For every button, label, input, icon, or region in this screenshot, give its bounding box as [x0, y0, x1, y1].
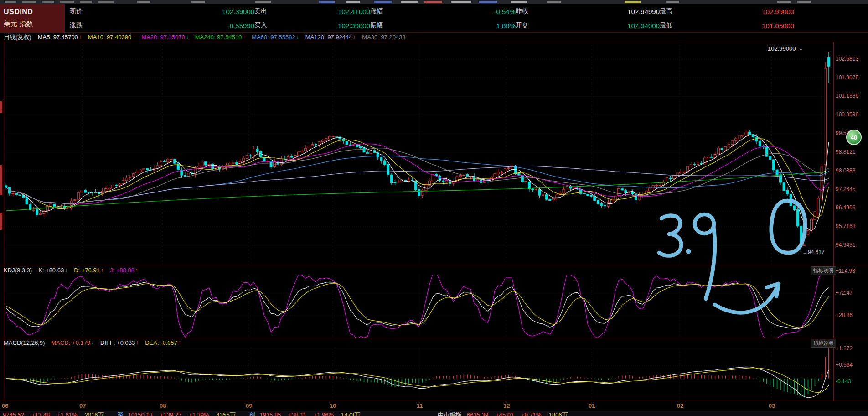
ma-item-text: MA10: 97.40390 — [88, 34, 131, 41]
ma-item: MA30: 97.20433↑ — [362, 34, 409, 41]
side-tab-fragment[interactable] — [0, 101, 2, 113]
menu-item-fragment[interactable] — [346, 1, 360, 3]
price-axis-label: 98.8121 — [836, 149, 868, 155]
menu-item-fragment[interactable] — [797, 1, 811, 3]
menu-item-fragment[interactable] — [255, 1, 271, 3]
side-tab-fragment[interactable] — [0, 165, 2, 195]
menu-item-fragment[interactable] — [42, 1, 54, 3]
status-item[interactable]: 2016万 — [85, 411, 104, 416]
price-axis-label: 95.7168 — [836, 223, 868, 229]
month-label[interactable]: 09 — [246, 402, 252, 409]
arrow-left-icon: ← — [802, 249, 808, 255]
ma-item-text: MA120: 97.92444 — [305, 34, 352, 41]
status-item[interactable]: +0.71% — [521, 411, 541, 416]
status-item[interactable]: +1.39% — [189, 411, 209, 416]
status-item[interactable]: 1915.85 — [259, 411, 281, 416]
candlestick-chart[interactable] — [0, 0, 868, 416]
trend-arrow-icon: ↑ — [178, 339, 181, 346]
menu-item-fragment[interactable] — [374, 1, 392, 3]
status-item[interactable]: +139.27 — [160, 411, 181, 416]
status-item[interactable]: 深 — [118, 411, 124, 416]
status-item[interactable]: +1.61% — [57, 411, 77, 416]
status-item[interactable]: +45.01 — [496, 411, 514, 416]
menu-item-fragment[interactable] — [547, 1, 561, 3]
status-item[interactable]: 4355万 — [217, 411, 236, 416]
macd-indicator-help-button[interactable]: 指标说明 — [811, 339, 836, 348]
quote-field-value: -0.54% — [399, 8, 516, 16]
trend-arrow-icon: ↑ — [79, 34, 82, 41]
month-label[interactable]: 11 — [417, 402, 423, 409]
status-item[interactable]: +13.48 — [31, 411, 50, 416]
kdj-item: K: +80.63↓ — [38, 267, 67, 274]
macd-item: DIFF: +0.033↑ — [100, 339, 139, 346]
menu-item-fragment[interactable] — [666, 1, 679, 3]
menu-item-fragment[interactable] — [777, 1, 791, 3]
menu-item-fragment[interactable] — [5, 1, 16, 3]
menu-item-fragment[interactable] — [191, 1, 205, 3]
status-item[interactable]: 创 — [249, 411, 255, 416]
month-label[interactable]: 07 — [79, 402, 86, 409]
macd-axis-label: +0.564 — [836, 362, 868, 368]
kdj-indicator-label[interactable]: KDJ(9,3,3) — [4, 267, 32, 274]
month-label[interactable]: 02 — [677, 402, 683, 409]
macd-indicator-label[interactable]: MACD(12,26,9) — [4, 339, 45, 346]
quote-field-label: 最高 — [660, 7, 689, 16]
menu-item-fragment[interactable] — [424, 1, 442, 3]
macd-item-text: MACD: +0.179 — [51, 339, 90, 346]
status-item[interactable]: +1.96% — [314, 411, 334, 416]
quote-field-value: 102.41000 — [284, 8, 370, 16]
price-axis-label: 97.2645 — [836, 186, 868, 192]
kdj-indicator-help-button[interactable]: 指标说明 — [811, 266, 836, 275]
month-label[interactable]: 03 — [769, 402, 775, 409]
status-item[interactable]: 9745.52 — [3, 411, 24, 416]
quote-field-value: 1.88% — [399, 22, 516, 30]
symbol-block[interactable]: USDIND 美元 指数 — [0, 4, 65, 33]
floating-badge[interactable]: 40 — [846, 130, 862, 145]
menu-item-fragment[interactable] — [511, 1, 527, 3]
menu-bar[interactable] — [0, 0, 868, 4]
quote-field-value: 102.39000 — [284, 22, 370, 30]
menu-item-fragment[interactable] — [401, 1, 418, 3]
ma-item: MA60: 97.55582↓ — [252, 34, 299, 41]
side-tab-fragment[interactable] — [0, 213, 2, 230]
menu-item-fragment[interactable] — [319, 1, 335, 3]
status-item[interactable]: 1806万 — [549, 411, 568, 416]
quote-row-2: 涨跌-0.55990买入102.39000振幅1.88%开盘102.94000最… — [0, 19, 868, 33]
status-item[interactable]: +38.11 — [288, 411, 306, 416]
ma-info-bar: 日线(复权) MA5: 97.45700↑MA10: 97.40390↑MA20… — [0, 33, 868, 42]
menu-item-fragment[interactable] — [22, 1, 36, 3]
status-item[interactable]: 6635.39 — [467, 411, 488, 416]
status-item[interactable]: 中小板指 — [438, 411, 461, 416]
status-item[interactable]: 10150.13 — [128, 411, 153, 416]
symbol-name: 美元 指数 — [4, 18, 61, 30]
symbol-code: USDIND — [4, 6, 61, 18]
macd-axis-label: -0.143 — [836, 378, 868, 385]
quote-field-label: 买入 — [254, 21, 284, 30]
month-label[interactable]: 01 — [589, 402, 595, 409]
ma-item-text: MA20: 97.15070 — [141, 34, 185, 41]
trend-arrow-icon: ↑ — [135, 267, 138, 274]
menu-item-fragment[interactable] — [137, 1, 150, 3]
month-label[interactable]: 06 — [2, 402, 8, 409]
status-item[interactable]: 1473万 — [341, 411, 360, 416]
kdj-info-bar: KDJ(9,3,3) K: +80.63↓D: +76.91↑J: +88.08… — [0, 266, 868, 275]
menu-item-fragment[interactable] — [80, 1, 92, 3]
menu-item-fragment[interactable] — [451, 1, 471, 3]
month-label[interactable]: 08 — [160, 402, 166, 409]
kdj-item: J: +88.08↑ — [110, 267, 138, 274]
high-price-annotation: 102.99000→ — [768, 45, 803, 52]
month-label[interactable]: 12 — [503, 402, 510, 409]
trend-arrow-icon: ↑ — [101, 267, 103, 274]
menu-item-fragment[interactable] — [98, 1, 114, 3]
period-label[interactable]: 日线(复权) — [4, 33, 31, 42]
menu-item-fragment[interactable] — [60, 1, 74, 3]
ma-item: MA20: 97.15070↓ — [141, 34, 188, 41]
quote-field-value: 102.94990 — [545, 8, 660, 16]
quote-field-label: 涨幅 — [370, 7, 399, 16]
menu-item-fragment[interactable] — [479, 1, 497, 3]
quote-field-label: 振幅 — [370, 21, 399, 30]
menu-item-fragment[interactable] — [625, 1, 641, 3]
price-axis-label: 102.6813 — [836, 56, 868, 62]
high-price-label: 102.99000 — [768, 45, 796, 52]
month-label[interactable]: 10 — [330, 402, 336, 409]
